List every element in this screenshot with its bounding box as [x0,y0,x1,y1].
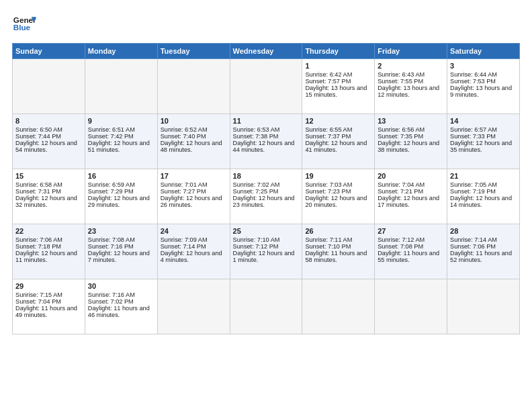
daylight-label: Daylight: 13 hours and 15 minutes. [305,85,367,98]
daylight-label: Daylight: 12 hours and 26 minutes. [161,195,222,208]
sunset-label: Sunset: 7:16 PM [88,243,134,250]
calendar-cell [230,279,302,334]
sunrise-label: Sunrise: 6:59 AM [88,181,135,188]
day-number: 10 [161,117,227,125]
day-number: 29 [15,282,82,290]
day-number: 17 [161,172,227,180]
sunrise-label: Sunrise: 7:03 AM [305,181,352,188]
day-number: 18 [233,172,300,180]
sunset-label: Sunset: 7:33 PM [450,133,496,140]
calendar-cell: 28Sunrise: 7:14 AMSunset: 7:06 PMDayligh… [447,224,520,279]
daylight-label: Daylight: 12 hours and 23 minutes. [233,195,295,208]
calendar-cell: 20Sunrise: 7:04 AMSunset: 7:21 PMDayligh… [375,169,447,224]
daylight-label: Daylight: 12 hours and 51 minutes. [88,140,150,153]
calendar-cell [85,59,157,114]
col-header-wednesday: Wednesday [230,44,302,59]
sunset-label: Sunset: 7:40 PM [161,133,206,140]
day-number: 11 [233,117,300,125]
sunrise-label: Sunrise: 7:12 AM [378,236,425,243]
day-number: 28 [450,227,517,235]
calendar-cell: 11Sunrise: 6:53 AMSunset: 7:38 PMDayligh… [230,114,302,169]
calendar-cell: 22Sunrise: 7:06 AMSunset: 7:18 PMDayligh… [13,224,85,279]
daylight-label: Daylight: 12 hours and 20 minutes. [305,195,367,208]
day-number: 15 [15,172,82,180]
sunrise-label: Sunrise: 7:14 AM [450,236,497,243]
sunset-label: Sunset: 7:44 PM [15,133,61,140]
calendar-table: SundayMondayTuesdayWednesdayThursdayFrid… [12,43,520,334]
sunrise-label: Sunrise: 7:06 AM [15,236,62,243]
calendar-cell [13,59,85,114]
calendar-cell: 30Sunrise: 7:16 AMSunset: 7:02 PMDayligh… [85,279,157,334]
calendar-cell: 1Sunrise: 6:42 AMSunset: 7:57 PMDaylight… [302,59,375,114]
daylight-label: Daylight: 12 hours and 48 minutes. [161,140,222,153]
logo: General Blue [12,12,36,36]
sunrise-label: Sunrise: 6:56 AM [378,126,425,133]
daylight-label: Daylight: 12 hours and 17 minutes. [378,195,439,208]
sunrise-label: Sunrise: 7:16 AM [88,291,135,298]
day-number: 1 [305,62,371,70]
sunset-label: Sunset: 7:14 PM [161,243,206,250]
sunset-label: Sunset: 7:10 PM [305,243,351,250]
calendar-cell: 18Sunrise: 7:02 AMSunset: 7:25 PMDayligh… [230,169,302,224]
sunset-label: Sunset: 7:55 PM [378,78,423,85]
daylight-label: Daylight: 12 hours and 32 minutes. [15,195,77,208]
sunset-label: Sunset: 7:19 PM [450,188,496,195]
sunset-label: Sunset: 7:23 PM [305,188,351,195]
day-number: 23 [88,227,154,235]
calendar-cell: 27Sunrise: 7:12 AMSunset: 7:08 PMDayligh… [375,224,447,279]
daylight-label: Daylight: 12 hours and 54 minutes. [15,140,77,153]
sunrise-label: Sunrise: 7:10 AM [233,236,280,243]
calendar-cell: 12Sunrise: 6:55 AMSunset: 7:37 PMDayligh… [302,114,375,169]
sunrise-label: Sunrise: 6:52 AM [161,126,208,133]
calendar-cell: 26Sunrise: 7:11 AMSunset: 7:10 PMDayligh… [302,224,375,279]
day-number: 8 [15,117,82,125]
daylight-label: Daylight: 12 hours and 41 minutes. [305,140,367,153]
calendar-header-row: SundayMondayTuesdayWednesdayThursdayFrid… [13,44,520,59]
sunset-label: Sunset: 7:04 PM [15,298,61,305]
sunset-label: Sunset: 7:21 PM [378,188,423,195]
daylight-label: Daylight: 11 hours and 58 minutes. [305,250,367,263]
day-number: 22 [15,227,82,235]
col-header-friday: Friday [375,44,447,59]
calendar-cell [157,279,230,334]
day-number: 14 [450,117,517,125]
day-number: 13 [378,117,444,125]
sunset-label: Sunset: 7:12 PM [233,243,279,250]
col-header-tuesday: Tuesday [157,44,230,59]
day-number: 27 [378,227,444,235]
logo-icon: General Blue [12,12,36,36]
day-number: 30 [88,282,154,290]
calendar-cell: 24Sunrise: 7:09 AMSunset: 7:14 PMDayligh… [157,224,230,279]
calendar-cell: 29Sunrise: 7:15 AMSunset: 7:04 PMDayligh… [13,279,85,334]
sunrise-label: Sunrise: 7:05 AM [450,181,497,188]
daylight-label: Daylight: 11 hours and 52 minutes. [450,250,512,263]
calendar-cell: 25Sunrise: 7:10 AMSunset: 7:12 PMDayligh… [230,224,302,279]
calendar-cell: 14Sunrise: 6:57 AMSunset: 7:33 PMDayligh… [447,114,520,169]
calendar-cell: 2Sunrise: 6:43 AMSunset: 7:55 PMDaylight… [375,59,447,114]
day-number: 12 [305,117,371,125]
daylight-label: Daylight: 12 hours and 29 minutes. [88,195,150,208]
sunset-label: Sunset: 7:57 PM [305,78,351,85]
col-header-sunday: Sunday [13,44,85,59]
sunset-label: Sunset: 7:27 PM [161,188,206,195]
calendar-cell [375,279,447,334]
sunrise-label: Sunrise: 6:55 AM [305,126,352,133]
sunrise-label: Sunrise: 7:08 AM [88,236,135,243]
page-header: General Blue [12,12,520,36]
daylight-label: Daylight: 11 hours and 55 minutes. [378,250,439,263]
calendar-cell: 15Sunrise: 6:58 AMSunset: 7:31 PMDayligh… [13,169,85,224]
sunrise-label: Sunrise: 7:09 AM [161,236,208,243]
calendar-cell [230,59,302,114]
daylight-label: Daylight: 12 hours and 35 minutes. [450,140,512,153]
calendar-week-row: 8Sunrise: 6:50 AMSunset: 7:44 PMDaylight… [13,114,520,169]
sunset-label: Sunset: 7:25 PM [233,188,279,195]
svg-text:Blue: Blue [13,23,31,32]
sunrise-label: Sunrise: 6:51 AM [88,126,135,133]
day-number: 26 [305,227,371,235]
sunset-label: Sunset: 7:06 PM [450,243,496,250]
sunset-label: Sunset: 7:02 PM [88,298,134,305]
calendar-week-row: 22Sunrise: 7:06 AMSunset: 7:18 PMDayligh… [13,224,520,279]
calendar-cell: 9Sunrise: 6:51 AMSunset: 7:42 PMDaylight… [85,114,157,169]
calendar-cell [302,279,375,334]
calendar-cell: 19Sunrise: 7:03 AMSunset: 7:23 PMDayligh… [302,169,375,224]
